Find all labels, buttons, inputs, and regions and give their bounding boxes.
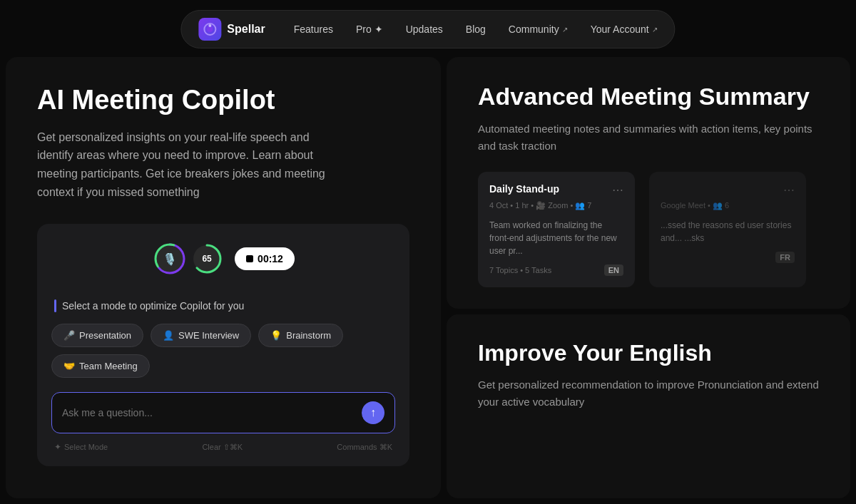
footer-commands[interactable]: Commands ⌘K: [337, 443, 392, 452]
card-1-footer: 7 Topics • 5 Tasks EN: [489, 264, 623, 276]
mode-label-row: Select a mode to optimize Copilot for yo…: [51, 299, 395, 312]
team-icon: 🤝: [63, 361, 75, 371]
card-1-header: Daily Stand-up ⋯: [489, 183, 623, 197]
copilot-widget: 🎙️ 65 00:12: [37, 224, 409, 466]
card-2-meta: Google Meet • 👥 6: [661, 201, 795, 210]
mic-icon: 🎙️: [163, 252, 177, 266]
svg-point-1: [207, 26, 213, 32]
sparkle-icon: ✦: [54, 442, 61, 452]
nav-features[interactable]: Features: [294, 24, 333, 35]
presentation-icon: 🎤: [63, 330, 75, 341]
footer-clear[interactable]: Clear ⇧⌘K: [202, 443, 243, 452]
mode-presentation[interactable]: 🎤 Presentation: [51, 324, 143, 347]
rings-group: 🎙️ 65: [152, 241, 223, 277]
card-1-meta: 4 Oct • 1 hr • 🎥 Zoom • 👥 7: [489, 201, 623, 210]
left-subtitle: Get personalized insights on your real-l…: [37, 128, 337, 201]
card-2-header: ⋯: [661, 183, 795, 197]
mode-label-bar: [54, 299, 56, 312]
timer-button[interactable]: 00:12: [235, 247, 295, 270]
card-1-title: Daily Stand-up: [489, 183, 559, 195]
ask-send-button[interactable]: ↑: [362, 401, 384, 424]
footer-select-mode[interactable]: ✦ Select Mode: [54, 442, 108, 452]
card-2-footer: FR: [661, 252, 795, 263]
meeting-card-2: ⋯ Google Meet • 👥 6 ...ssed the reasons …: [649, 172, 806, 287]
main-container: AI Meeting Copilot Get personalized insi…: [0, 57, 856, 504]
svg-point-2: [208, 24, 211, 27]
mode-buttons: 🎤 Presentation 👤 SWE Interview 💡 Brainst…: [51, 324, 395, 378]
score-value: 65: [202, 254, 211, 264]
right-top-heading: Advanced Meeting Summary: [478, 83, 819, 110]
left-heading: AI Meeting Copilot: [37, 86, 409, 115]
card-2-lang: FR: [775, 252, 795, 263]
nav-updates[interactable]: Updates: [406, 24, 443, 35]
footer-clear-label: Clear ⇧⌘K: [202, 443, 243, 452]
right-bottom-heading: Improve Your English: [478, 340, 819, 366]
right-panel: Advanced Meeting Summary Automated meeti…: [447, 57, 850, 498]
ask-input-row: ↑: [51, 392, 395, 433]
card-2-body: ...ssed the reasons ed user stories and.…: [661, 219, 795, 245]
footer-mode-label: Select Mode: [64, 443, 108, 451]
score-ring-container: 65: [190, 242, 223, 275]
right-bottom-panel: Improve Your English Get personalized re…: [447, 314, 850, 498]
nav-brand[interactable]: Spellar: [198, 18, 265, 41]
left-panel: AI Meeting Copilot Get personalized insi…: [6, 57, 441, 498]
mode-label-text: Select a mode to optimize Copilot for yo…: [62, 300, 244, 312]
team-label: Team Meeting: [79, 361, 138, 371]
nav-community[interactable]: Community ↗: [509, 24, 568, 35]
swe-label: SWE Interview: [178, 330, 239, 341]
external-link-icon: ↗: [562, 26, 568, 34]
mode-brainstorm[interactable]: 💡 Brainstorm: [258, 324, 343, 347]
nav-blog[interactable]: Blog: [466, 24, 486, 35]
mode-team-meeting[interactable]: 🤝 Team Meeting: [51, 354, 150, 378]
nav-account[interactable]: Your Account ↗: [591, 24, 658, 35]
swe-icon: 👤: [163, 330, 174, 341]
footer-commands-label: Commands ⌘K: [337, 443, 392, 452]
meeting-card-1: Daily Stand-up ⋯ 4 Oct • 1 hr • 🎥 Zoom •…: [478, 172, 635, 287]
widget-footer: ✦ Select Mode Clear ⇧⌘K Commands ⌘K: [51, 442, 395, 452]
timer-value: 00:12: [258, 253, 283, 264]
widget-topbar: 🎙️ 65 00:12: [51, 241, 395, 277]
card-2-menu[interactable]: ⋯: [783, 183, 795, 197]
ask-input[interactable]: [62, 407, 356, 418]
right-top-panel: Advanced Meeting Summary Automated meeti…: [447, 57, 850, 309]
nav-logo: [198, 18, 221, 41]
card-1-menu[interactable]: ⋯: [612, 183, 623, 197]
card-1-body: Team worked on finalizing the front-end …: [489, 219, 623, 257]
presentation-label: Presentation: [79, 330, 131, 341]
card-1-stats: 7 Topics • 5 Tasks: [489, 266, 551, 274]
brainstorm-icon: 💡: [270, 330, 282, 341]
mode-swe-interview[interactable]: 👤 SWE Interview: [151, 324, 251, 347]
right-top-subtitle: Automated meeting notes and summaries wi…: [478, 120, 819, 155]
navbar: Spellar Features Pro ✦ Updates Blog Comm…: [180, 10, 675, 48]
stop-icon: [246, 255, 253, 262]
nav-pro[interactable]: Pro ✦: [356, 24, 383, 35]
meeting-cards: Daily Stand-up ⋯ 4 Oct • 1 hr • 🎥 Zoom •…: [478, 172, 819, 287]
right-bottom-subtitle: Get personalized recommendation to impro…: [478, 376, 819, 411]
external-link-icon-2: ↗: [652, 26, 658, 34]
brand-name: Spellar: [227, 23, 265, 36]
brainstorm-label: Brainstorm: [286, 330, 331, 341]
card-1-lang: EN: [604, 264, 623, 276]
mic-ring-container: 🎙️: [152, 241, 188, 277]
